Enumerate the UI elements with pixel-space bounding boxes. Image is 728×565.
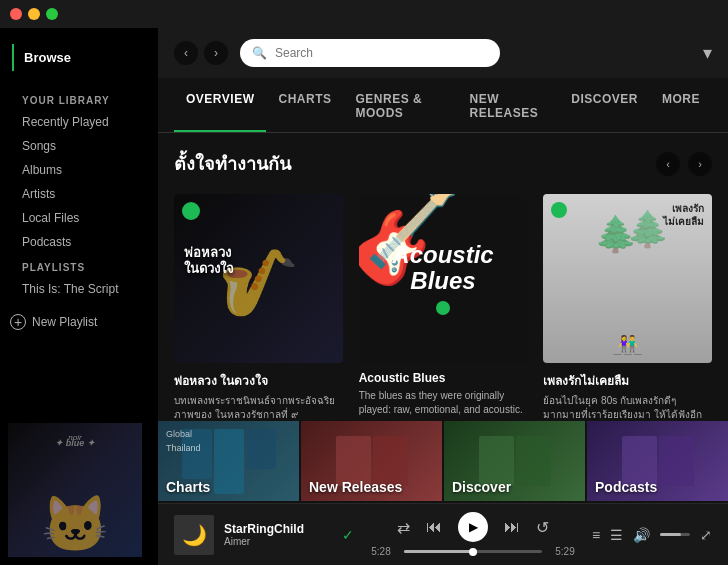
browse-content: ตั้งใจทำงานกัน ‹ › 🎷 พ่อหลวง [158, 133, 728, 421]
card-thai-overlay-line2: ในดวงใจ [184, 261, 234, 278]
lyrics-button[interactable]: ≡ [592, 527, 600, 543]
topbar: ‹ › 🔍 ▾ [158, 28, 728, 78]
spotify-logo [182, 202, 200, 220]
player-artist: Aimer [224, 536, 332, 547]
your-library-label: YOUR LIBRARY [12, 87, 146, 110]
sidebar-item-local-files[interactable]: Local Files [12, 206, 146, 230]
search-input[interactable] [275, 46, 488, 60]
sidebar-item-artists[interactable]: Artists [12, 182, 146, 206]
section-title: ตั้งใจทำงานกัน [174, 149, 291, 178]
queue-button[interactable]: ☰ [610, 527, 623, 543]
player-track: 🌙 StarRingChild Aimer ✓ [174, 515, 354, 555]
play-button[interactable]: ▶ [458, 512, 488, 542]
bottom-strip: Global Thailand Charts New Releases [158, 421, 728, 503]
section-next-button[interactable]: › [688, 152, 712, 176]
blues-title: AcousticBlues [392, 242, 493, 295]
player-saved-icon[interactable]: ✓ [342, 527, 354, 543]
nav-arrows: ‹ › [174, 41, 228, 65]
player-progress: 5:28 5:29 [366, 546, 580, 557]
sidebar-item-albums[interactable]: Albums [12, 158, 146, 182]
prev-button[interactable]: ⏮ [426, 518, 442, 536]
sidebar-item-songs[interactable]: Songs [12, 134, 146, 158]
card-acoustic-blues[interactable]: 🎸 AcousticBlues Acoustic Blues The blues… [359, 194, 528, 421]
minimize-button[interactable] [28, 8, 40, 20]
card-love-name: เพลงรักไม่เคยลืม [543, 371, 712, 390]
shuffle-button[interactable]: ⇄ [397, 518, 410, 537]
spotify-logo-love [551, 202, 567, 218]
card-love-desc: ย้อนไปในยุค 80s กับเพลงรักดีๆ มากมายที่เ… [543, 394, 712, 421]
plus-icon: + [10, 314, 26, 330]
player-thumbnail: 🌙 [174, 515, 214, 555]
card-thai-sax[interactable]: 🎷 พ่อหลวง ในดวงใจ พ่อหลวง ในดวงใจ บทเพลง… [174, 194, 343, 421]
spotify-logo-blues [436, 301, 450, 315]
volume-fill [660, 533, 681, 536]
nav-forward-button[interactable]: › [204, 41, 228, 65]
tab-genres-moods[interactable]: GENRES & MOODS [343, 78, 457, 132]
time-current: 5:28 [366, 546, 396, 557]
card-blues-desc: The blues as they were originally played… [359, 389, 528, 417]
strip-discover[interactable]: Discover [444, 421, 585, 501]
progress-bar[interactable] [404, 550, 542, 553]
section-prev-button[interactable]: ‹ [656, 152, 680, 176]
album-art: noir 🐱 ✦ blue ✦ [8, 423, 142, 557]
sidebar-item-recently-played[interactable]: Recently Played [12, 110, 146, 134]
strip-podcasts[interactable]: Podcasts [587, 421, 728, 501]
strip-new-releases-label: New Releases [301, 473, 442, 501]
love-figures: 👫 [618, 334, 638, 353]
time-total: 5:29 [550, 546, 580, 557]
window-controls[interactable] [10, 8, 58, 20]
progress-fill [404, 550, 473, 553]
player-bar: 🌙 StarRingChild Aimer ✓ ⇄ ⏮ ▶ ⏭ ↺ 5:28 [158, 503, 728, 565]
sidebar-top: Browse YOUR LIBRARY Recently Played Song… [0, 28, 158, 309]
dropdown-icon[interactable]: ▾ [703, 42, 712, 64]
sidebar-item-podcasts[interactable]: Podcasts [12, 230, 146, 254]
new-playlist-label: New Playlist [32, 315, 97, 329]
strip-discover-label: Discover [444, 473, 585, 501]
strip-charts[interactable]: Global Thailand Charts [158, 421, 299, 501]
search-bar[interactable]: 🔍 [240, 39, 500, 67]
player-right-controls: ≡ ☰ 🔊 ⤢ [592, 527, 712, 543]
next-button[interactable]: ⏭ [504, 518, 520, 536]
tab-charts[interactable]: CHARTS [266, 78, 343, 132]
search-icon: 🔍 [252, 46, 267, 60]
section-nav: ‹ › [656, 152, 712, 176]
volume-icon[interactable]: 🔊 [633, 527, 650, 543]
card-thai-overlay-line1: พ่อหลวง [184, 245, 234, 262]
titlebar [0, 0, 728, 28]
cards-row: 🎷 พ่อหลวง ในดวงใจ พ่อหลวง ในดวงใจ บทเพลง… [174, 194, 712, 421]
maximize-button[interactable] [46, 8, 58, 20]
player-controls: ⇄ ⏮ ▶ ⏭ ↺ 5:28 5:29 [366, 512, 580, 557]
browse-tabs: OVERVIEW CHARTS GENRES & MOODS NEW RELEA… [158, 78, 728, 133]
tab-new-releases[interactable]: NEW RELEASES [458, 78, 560, 132]
fullscreen-button[interactable]: ⤢ [700, 527, 712, 543]
close-button[interactable] [10, 8, 22, 20]
card-thai-sax-image: 🎷 พ่อหลวง ในดวงใจ [174, 194, 343, 363]
playlists-label: PLAYLISTS [12, 254, 146, 277]
repeat-button[interactable]: ↺ [536, 518, 549, 537]
card-blues-image: 🎸 AcousticBlues [359, 194, 528, 363]
sidebar-item-this-is-the-script[interactable]: This Is: The Script [12, 277, 146, 301]
app-layout: Browse YOUR LIBRARY Recently Played Song… [0, 28, 728, 565]
main-content: ‹ › 🔍 ▾ OVERVIEW CHARTS GENRES & MOODS N… [158, 28, 728, 565]
tab-overview[interactable]: OVERVIEW [174, 78, 266, 132]
strip-podcasts-label: Podcasts [587, 473, 728, 501]
sidebar-item-browse[interactable]: Browse [12, 44, 146, 71]
player-buttons: ⇄ ⏮ ▶ ⏭ ↺ [397, 512, 549, 542]
player-song-title: StarRingChild [224, 522, 332, 536]
card-blues-name: Acoustic Blues [359, 371, 528, 385]
card-thai-sax-desc: บทเพลงพระราชนิพนธ์จากพระอัจฉริยภาพของ ใน… [174, 394, 343, 421]
tab-more[interactable]: MORE [650, 78, 712, 132]
sidebar-album: noir 🐱 ✦ blue ✦ [0, 415, 158, 565]
card-thai-sax-name: พ่อหลวง ในดวงใจ [174, 371, 343, 390]
strip-new-releases[interactable]: New Releases [301, 421, 442, 501]
section-header: ตั้งใจทำงานกัน ‹ › [174, 149, 712, 178]
strip-charts-label: Charts [158, 473, 299, 501]
volume-bar[interactable] [660, 533, 690, 536]
tab-discover[interactable]: DISCOVER [559, 78, 650, 132]
album-cat-image: noir 🐱 ✦ blue ✦ [8, 423, 142, 557]
card-thai-love[interactable]: เพลงรักไม่เคยลืม 🌲 🌲 👫 — — — เพลงรักไม่เ… [543, 194, 712, 421]
browse-label: Browse [24, 50, 71, 65]
nav-back-button[interactable]: ‹ [174, 41, 198, 65]
new-playlist-button[interactable]: + New Playlist [0, 309, 158, 335]
sidebar: Browse YOUR LIBRARY Recently Played Song… [0, 28, 158, 565]
